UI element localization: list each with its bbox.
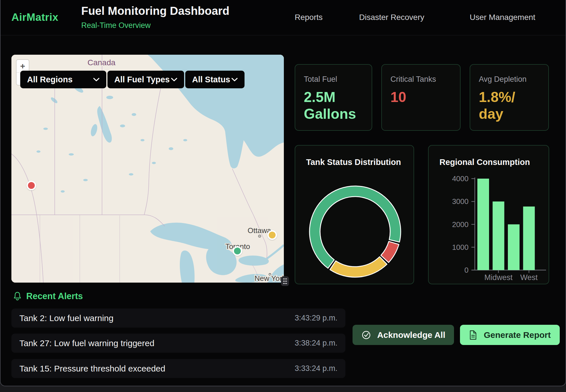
donut-chart <box>307 183 404 280</box>
nav-disaster-recovery[interactable]: Disaster Recovery <box>359 13 424 22</box>
bar-ytick-label: 1000 <box>452 243 469 252</box>
stat-card-total-fuel: Total Fuel 2.5MGallons <box>295 64 372 131</box>
map-marker-critical[interactable] <box>27 181 36 190</box>
chevron-down-icon <box>231 78 238 81</box>
alert-message: Tank 15: Pressure threshold exceeded <box>19 364 165 373</box>
status-filter-value: All Status <box>192 75 230 84</box>
map-marker-normal[interactable] <box>233 246 242 256</box>
alert-message: Tank 2: Low fuel warning <box>19 313 113 323</box>
stat-label: Total Fuel <box>304 75 363 84</box>
bar-chart-title: Regional Consumption <box>439 158 530 167</box>
stat-label: Critical Tanks <box>390 75 451 84</box>
stat-card-avg-depletion: Avg Depletion 1.8%/day <box>470 64 549 131</box>
alert-timestamp: 3:33:24 p.m. <box>295 364 337 373</box>
nav-reports[interactable]: Reports <box>295 13 323 22</box>
acknowledge-all-label: Acknowledge All <box>377 330 445 340</box>
bar-midwest <box>493 201 504 270</box>
regional-consumption-card: Regional Consumption 01000200030004000Mi… <box>428 145 549 284</box>
region-filter-select[interactable]: All Regions <box>20 71 106 88</box>
stat-value-critical-tanks: 10 <box>390 89 451 106</box>
region-filter-value: All Regions <box>27 75 73 84</box>
bar-region-1 <box>477 179 489 270</box>
bar-ytick-label: 2000 <box>452 220 469 229</box>
chevron-down-icon <box>93 78 99 81</box>
map-canvas: Canada Ottawa Toronto New York <box>11 55 284 283</box>
bar-region-3 <box>508 224 520 270</box>
map-marker-warning[interactable] <box>267 230 277 240</box>
alert-row[interactable]: Tank 27: Low fuel warning triggered 3:38… <box>11 334 345 353</box>
tank-status-card: Tank Status Distribution <box>295 145 414 284</box>
donut-chart-title: Tank Status Distribution <box>306 158 401 167</box>
stat-label: Avg Depletion <box>479 75 540 84</box>
acknowledge-all-button[interactable]: Acknowledge All <box>353 325 454 345</box>
check-circle-icon <box>361 330 371 340</box>
status-filter-select[interactable]: All Status <box>185 71 245 88</box>
fuel-type-filter-value: All Fuel Types <box>114 75 170 84</box>
page-title: Fuel Monitoring Dashboard <box>81 5 229 17</box>
alert-row[interactable]: Tank 15: Pressure threshold exceeded 3:3… <box>11 359 345 378</box>
header: AirMatrix Fuel Monitoring Dashboard Real… <box>1 0 565 35</box>
bell-icon <box>13 291 22 301</box>
map-label-country: Canada <box>87 58 116 67</box>
nav-user-management[interactable]: User Management <box>470 13 535 22</box>
brand-logo: AirMatrix <box>11 11 58 23</box>
fuel-map[interactable]: Canada Ottawa Toronto New York + − All R… <box>11 55 284 283</box>
alerts-header: Recent Alerts <box>13 291 83 301</box>
map-filter-bar: All Regions All Fuel Types All Status <box>20 71 245 88</box>
bar-xtick-label: Midwest <box>484 273 513 282</box>
bar-ytick-label: 4000 <box>452 174 469 183</box>
resize-drag-handle-icon[interactable] <box>281 276 289 286</box>
donut-segment-warning <box>330 257 387 277</box>
donut-segment-critical <box>381 242 399 263</box>
fuel-type-filter-select[interactable]: All Fuel Types <box>107 71 184 88</box>
dashboard-root: AirMatrix Fuel Monitoring Dashboard Real… <box>0 0 566 386</box>
stat-value-avg-depletion: 1.8%/day <box>479 89 540 122</box>
alert-row[interactable]: Tank 2: Low fuel warning 3:43:29 p.m. <box>11 309 345 328</box>
alerts-title: Recent Alerts <box>26 291 83 301</box>
map-label-new-york: New York <box>255 274 284 283</box>
grip-dots-icon <box>282 278 288 285</box>
generate-report-button[interactable]: Generate Report <box>460 325 560 345</box>
bar-ytick-label: 3000 <box>452 197 469 206</box>
stat-card-critical-tanks: Critical Tanks 10 <box>381 64 461 131</box>
bar-xtick-label: West <box>520 273 538 282</box>
bar-west <box>523 207 535 270</box>
chevron-down-icon <box>171 78 177 81</box>
bar-ytick-label: 0 <box>465 266 469 274</box>
stat-value-total-fuel: 2.5MGallons <box>304 89 363 122</box>
generate-report-label: Generate Report <box>484 330 551 340</box>
page-subtitle: Real-Time Overview <box>81 21 151 30</box>
alert-timestamp: 3:38:24 p.m. <box>295 339 337 348</box>
document-icon <box>469 330 477 340</box>
alert-message: Tank 27: Low fuel warning triggered <box>19 338 154 348</box>
alert-timestamp: 3:43:29 p.m. <box>295 314 337 322</box>
